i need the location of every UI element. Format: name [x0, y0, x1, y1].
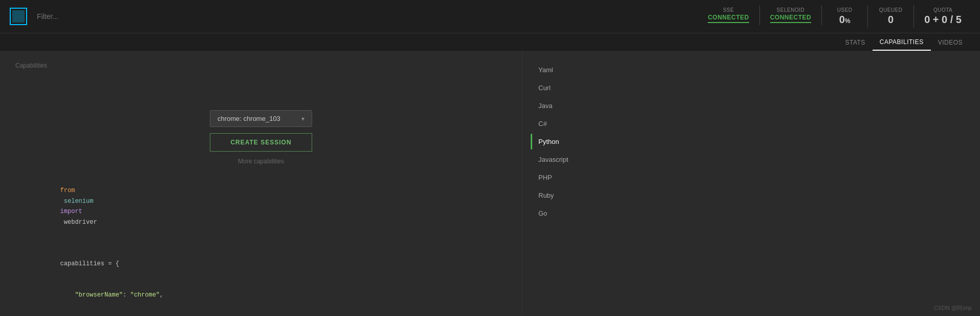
queued-value: 0 [888, 14, 894, 26]
queued-stat: QUEUED 0 [868, 5, 914, 28]
lang-item-php[interactable]: PHP [531, 170, 596, 185]
code-line-blank [31, 238, 491, 248]
quota-label: QUOTA [933, 7, 952, 13]
quota-stat: QUOTA 0 + 0 / 5 [914, 5, 972, 28]
browser-dropdown-value: chrome: chrome_103 [217, 115, 280, 122]
logo [8, 6, 29, 27]
sse-label: SSE [723, 7, 734, 13]
used-label: USED [837, 7, 853, 13]
code-line-4: "browserVersion": "chrome_103", [31, 311, 491, 316]
tab-capabilities[interactable]: CAPABILITIES [873, 34, 931, 51]
lang-item-csharp[interactable]: C# [531, 116, 596, 132]
lang-item-ruby[interactable]: Ruby [531, 187, 596, 203]
code-line-1: from selenium import webdriver [31, 175, 491, 238]
tab-videos[interactable]: VIDEOS [931, 35, 970, 50]
browser-dropdown[interactable]: chrome: chrome_103 ▾ [210, 110, 312, 127]
lang-item-python[interactable]: Python [531, 134, 596, 150]
language-sidebar: Yaml Curl Java C# Python Javascript PHP … [522, 52, 604, 316]
code-line-2: capabilities = { [31, 248, 491, 280]
create-session-button[interactable]: CREATE SESSION [210, 133, 312, 152]
lang-item-javascript[interactable]: Javascript [531, 152, 596, 167]
tabs-bar: STATS CAPABILITIES VIDEOS [0, 33, 980, 52]
sse-value: CONNECTED [708, 14, 749, 23]
lang-item-java[interactable]: Java [531, 98, 596, 114]
footer-credit: CSDN @阿zhp [934, 304, 972, 312]
used-stat: USED 0% [822, 5, 868, 28]
browser-selector-area: chrome: chrome_103 ▾ CREATE SESSION More… [15, 110, 507, 165]
header-stats: SSE CONNECTED SELENOID CONNECTED USED 0%… [698, 5, 972, 28]
header: SSE CONNECTED SELENOID CONNECTED USED 0%… [0, 0, 980, 33]
selenoid-value: CONNECTED [770, 14, 812, 23]
lang-item-yaml[interactable]: Yaml [531, 62, 596, 78]
lang-item-curl[interactable]: Curl [531, 80, 596, 96]
used-value: 0% [839, 14, 851, 26]
chevron-down-icon: ▾ [301, 115, 304, 122]
logo-icon [10, 8, 27, 25]
left-panel: Capabilities chrome: chrome_103 ▾ CREATE… [0, 52, 522, 316]
main-content: Capabilities chrome: chrome_103 ▾ CREATE… [0, 52, 980, 316]
more-capabilities-link[interactable]: More capabilities [238, 158, 284, 165]
lang-item-go[interactable]: Go [531, 205, 596, 221]
quota-value: 0 + 0 / 5 [924, 14, 962, 26]
code-panel: from selenium import webdriver capabilit… [15, 165, 507, 316]
filter-input[interactable] [37, 12, 698, 20]
code-line-3: "browserName": "chrome", [31, 280, 491, 311]
queued-label: QUEUED [879, 7, 903, 13]
tab-stats[interactable]: STATS [838, 35, 872, 50]
selenoid-stat: SELENOID CONNECTED [760, 5, 822, 25]
selenoid-label: SELENOID [777, 7, 805, 13]
capabilities-label: Capabilities [15, 62, 507, 69]
sse-stat: SSE CONNECTED [698, 5, 760, 25]
